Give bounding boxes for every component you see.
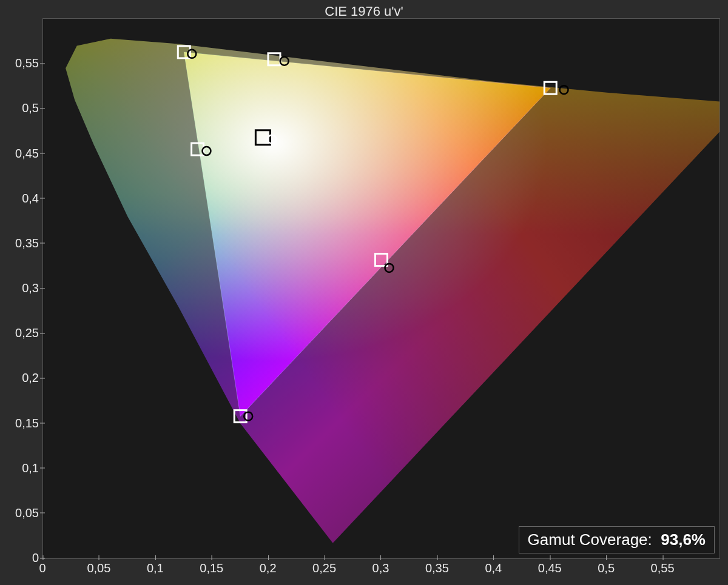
x-tick: 0,1 xyxy=(147,561,164,575)
y-tick: 0,4 xyxy=(22,191,39,205)
x-tick: 0,15 xyxy=(200,561,223,575)
x-tick: 0,35 xyxy=(425,561,449,575)
x-tick: 0,45 xyxy=(538,561,562,575)
y-tick: 0,55 xyxy=(15,56,39,70)
cie-diagram-svg xyxy=(43,19,720,558)
coverage-value: 93,6% xyxy=(661,530,706,549)
gamut-coverage-badge: Gamut Coverage: 93,6% xyxy=(519,526,715,553)
x-tick: 0,3 xyxy=(372,561,389,575)
y-tick: 0,3 xyxy=(22,281,39,295)
y-tick: 0,5 xyxy=(22,101,39,115)
cie-chart-frame: CIE 1976 u'v' xyxy=(0,0,728,585)
y-tick: 0,25 xyxy=(15,326,39,340)
y-tick: 0,35 xyxy=(15,236,39,250)
coverage-label: Gamut Coverage: xyxy=(528,530,652,549)
y-tick: 0,2 xyxy=(22,371,39,385)
x-tick: 0,25 xyxy=(312,561,336,575)
x-tick: 0 xyxy=(39,561,46,575)
x-tick: 0,2 xyxy=(260,561,277,575)
chart-title: CIE 1976 u'v' xyxy=(0,4,728,19)
x-tick: 0,55 xyxy=(651,561,675,575)
plot-area: Gamut Coverage: 93,6% xyxy=(42,18,720,559)
y-tick: 0 xyxy=(32,551,39,565)
x-tick: 0,05 xyxy=(87,561,110,575)
x-tick: 0,5 xyxy=(598,561,615,575)
x-tick: 0,4 xyxy=(485,561,502,575)
y-axis: 00,050,10,150,20,250,30,350,40,450,50,55 xyxy=(0,18,42,558)
y-tick: 0,45 xyxy=(15,146,39,160)
y-tick: 0,15 xyxy=(15,416,39,430)
y-tick: 0,1 xyxy=(22,461,39,475)
y-tick: 0,05 xyxy=(15,506,39,520)
x-axis: 00,050,10,150,20,250,30,350,40,450,50,55 xyxy=(42,558,719,582)
